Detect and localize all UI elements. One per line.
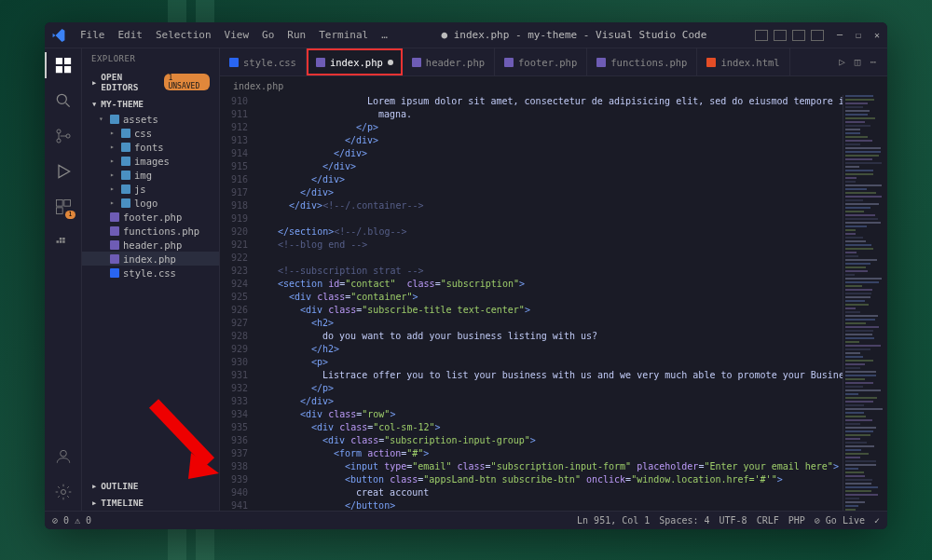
menu-view[interactable]: View xyxy=(219,27,255,43)
menu-…[interactable]: … xyxy=(376,27,393,43)
layout-controls[interactable] xyxy=(755,30,824,41)
folder-fonts[interactable]: ▸fonts xyxy=(82,140,219,154)
tab-index-php[interactable]: index.php xyxy=(307,48,403,75)
sidebar-title: EXPLORER xyxy=(82,48,219,69)
menu-bar: FileEditSelectionViewGoRunTerminal… xyxy=(75,27,393,43)
timeline-section[interactable]: ▸TIMELINE xyxy=(82,494,219,511)
svg-point-8 xyxy=(61,490,65,495)
menu-edit[interactable]: Edit xyxy=(113,27,149,43)
source-control-icon[interactable] xyxy=(54,127,73,145)
unsaved-badge: 1 UNSAVED xyxy=(164,74,210,90)
extensions-icon[interactable]: 1 xyxy=(54,198,73,216)
menu-selection[interactable]: Selection xyxy=(150,27,217,43)
status-item[interactable]: CRLF xyxy=(757,515,779,526)
close-button[interactable]: ✕ xyxy=(874,30,880,40)
tab-footer-php[interactable]: footer.php xyxy=(495,48,587,75)
status-bar: ⊘ 0 ⚠ 0 Ln 951, Col 1Spaces: 4UTF-8CRLFP… xyxy=(45,511,887,529)
settings-icon[interactable] xyxy=(54,483,73,501)
tab-header-php[interactable]: header.php xyxy=(403,48,495,75)
split-editor-icon[interactable]: ◫ xyxy=(855,56,861,68)
minimize-button[interactable]: ─ xyxy=(837,30,843,40)
menu-go[interactable]: Go xyxy=(256,27,280,43)
folder-images[interactable]: ▸images xyxy=(82,154,219,168)
svg-rect-6 xyxy=(56,208,62,214)
more-icon[interactable]: ⋯ xyxy=(870,56,876,68)
debug-icon[interactable] xyxy=(54,162,73,181)
run-icon[interactable]: ▷ xyxy=(839,56,845,68)
folder-img[interactable]: ▸img xyxy=(82,168,219,182)
menu-file[interactable]: File xyxy=(75,27,111,43)
svg-point-0 xyxy=(57,94,66,103)
tab-functions-php[interactable]: functions.php xyxy=(587,48,697,75)
status-left[interactable]: ⊘ 0 ⚠ 0 xyxy=(52,515,91,526)
status-item[interactable]: Ln 951, Col 1 xyxy=(577,515,650,526)
status-item[interactable]: Spaces: 4 xyxy=(659,515,709,526)
file-footer-php[interactable]: footer.php xyxy=(82,210,219,224)
window-title: ● index.php - my-theme - Visual Studio C… xyxy=(393,29,755,41)
folder-logo[interactable]: ▸logo xyxy=(82,196,219,210)
tab-style-css[interactable]: style.css xyxy=(220,48,307,75)
vscode-logo-icon xyxy=(52,29,65,42)
account-icon[interactable] xyxy=(54,447,73,466)
svg-point-3 xyxy=(65,134,69,138)
open-editors-section[interactable]: ▸ OPEN EDITORS 1 UNSAVED xyxy=(82,69,219,95)
titlebar: FileEditSelectionViewGoRunTerminal… ● in… xyxy=(45,22,887,48)
file-functions-php[interactable]: functions.php xyxy=(82,224,219,238)
docker-icon[interactable] xyxy=(54,233,73,252)
status-item[interactable]: PHP xyxy=(788,515,805,526)
svg-point-2 xyxy=(56,139,60,143)
menu-terminal[interactable]: Terminal xyxy=(313,27,374,43)
search-icon[interactable] xyxy=(54,91,73,110)
status-item[interactable]: ✓ xyxy=(874,515,880,526)
folder-assets[interactable]: ▾assets xyxy=(82,112,219,126)
minimap[interactable] xyxy=(843,95,887,511)
dirty-indicator-icon xyxy=(388,60,393,65)
folder-js[interactable]: ▸js xyxy=(82,182,219,196)
maximize-button[interactable]: ☐ xyxy=(856,30,861,40)
svg-point-7 xyxy=(60,450,66,457)
annotation-arrow-icon xyxy=(140,399,233,483)
breadcrumbs[interactable]: index.php xyxy=(220,76,887,95)
svg-point-1 xyxy=(56,130,60,133)
file-header-php[interactable]: header.php xyxy=(82,238,219,252)
activity-bar: 1 xyxy=(45,48,82,511)
project-section[interactable]: ▾ MY-THEME xyxy=(82,95,219,112)
status-item[interactable]: ⊘ Go Live xyxy=(815,515,865,526)
explorer-icon[interactable] xyxy=(54,56,73,75)
menu-run[interactable]: Run xyxy=(281,27,311,43)
folder-css[interactable]: ▸css xyxy=(82,126,219,140)
code-editor[interactable]: 9109119129139149159169179189199209219229… xyxy=(220,95,887,511)
svg-rect-5 xyxy=(63,200,70,207)
editor-tabs: style.cssindex.phpheader.phpfooter.phpfu… xyxy=(220,48,887,76)
file-style-css[interactable]: style.css xyxy=(82,266,219,280)
file-index-php[interactable]: index.php xyxy=(82,252,219,266)
status-item[interactable]: UTF-8 xyxy=(720,515,747,526)
svg-rect-4 xyxy=(56,200,62,207)
tab-index-html[interactable]: index.html xyxy=(697,48,789,75)
